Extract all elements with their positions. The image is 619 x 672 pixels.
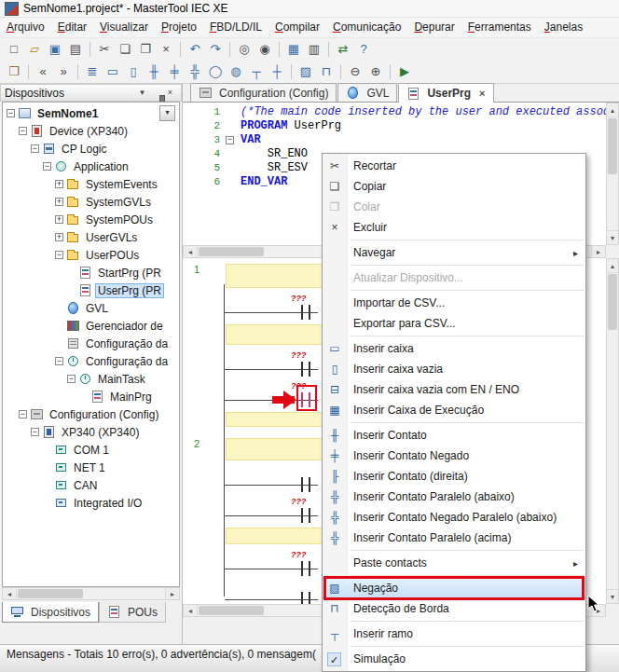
- menu-arquivo[interactable]: Arquivo: [0, 18, 51, 37]
- insert-set-coil-button[interactable]: ◍: [226, 62, 246, 81]
- ladder-contact[interactable]: [301, 561, 310, 576]
- scroll-left-icon[interactable]: ◂: [184, 605, 198, 616]
- generate-code-button[interactable]: ▥: [304, 40, 324, 59]
- tree-item-systemgvls[interactable]: +SystemGVLs: [3, 193, 179, 211]
- tree-item-net-1[interactable]: NET 1: [3, 459, 179, 476]
- scroll-up-icon[interactable]: ▴: [607, 103, 618, 117]
- library-manager-button[interactable]: ❒: [4, 62, 24, 81]
- expand-toggle[interactable]: −: [55, 357, 63, 365]
- negation-button[interactable]: ▨: [296, 62, 316, 81]
- menu-depurar[interactable]: Depurar: [407, 18, 461, 37]
- expand-toggle[interactable]: −: [31, 144, 39, 153]
- ladder-contact[interactable]: [301, 508, 310, 523]
- undo-button[interactable]: ↶: [185, 40, 205, 59]
- close-panel-icon[interactable]: ×: [163, 86, 177, 100]
- context-menu-item-inserir-contato[interactable]: ╫Inserir Contato: [323, 425, 585, 446]
- find-next-button[interactable]: ◉: [254, 40, 275, 59]
- ladder-contact[interactable]: [301, 305, 310, 320]
- insert-empty-box-button[interactable]: ▯: [123, 62, 144, 81]
- context-menu-item-inserir-caixa-de-execu-o[interactable]: ▦Inserir Caixa de Execução: [323, 400, 585, 420]
- insert-contact-button[interactable]: ╫: [144, 62, 164, 81]
- context-menu-item-inserir-ramo[interactable]: ┬Inserir ramo: [323, 624, 585, 644]
- insert-coil-button[interactable]: ◯: [205, 62, 226, 81]
- expand-toggle[interactable]: −: [19, 127, 27, 135]
- menu-janelas[interactable]: Janelas: [538, 18, 589, 37]
- tree-item-configura-o-da[interactable]: Configuração da: [3, 335, 179, 352]
- tree-item-userprg-pr[interactable]: UserPrg (PR: [3, 281, 179, 299]
- context-menu-item-copiar[interactable]: ❏Copiar: [323, 176, 585, 197]
- tree-item-semnome1[interactable]: −SemNome1▾: [3, 104, 179, 122]
- ladder-contact[interactable]: [301, 477, 310, 492]
- copy-button[interactable]: ❏: [115, 40, 135, 59]
- panel-tab-pous[interactable]: POUs: [99, 602, 166, 623]
- code-vertical-scrollbar[interactable]: ▴ ▾: [606, 103, 619, 245]
- context-menu-item-recortar[interactable]: ✂Recortar: [323, 156, 585, 176]
- scroll-down-icon[interactable]: ▾: [607, 589, 618, 603]
- expand-toggle[interactable]: +: [55, 215, 63, 224]
- insert-network-button[interactable]: ≣: [82, 62, 103, 81]
- scrollbar-thumb[interactable]: [199, 247, 264, 256]
- ladder-contact[interactable]: [301, 362, 310, 377]
- scrollbar-thumb[interactable]: [608, 274, 617, 330]
- menu-visualizar[interactable]: Visualizar: [93, 18, 155, 37]
- tree-item-integrated-i-o[interactable]: Integrated I/O: [3, 494, 179, 512]
- zoom-in-button[interactable]: ⊕: [365, 62, 386, 81]
- menu-ferramentas[interactable]: Ferramentas: [461, 18, 538, 37]
- expand-toggle[interactable]: −: [31, 428, 39, 436]
- scroll-right-icon[interactable]: ▸: [591, 246, 605, 257]
- cut-button[interactable]: ✂: [94, 40, 115, 59]
- menu-compilar[interactable]: Compilar: [268, 18, 326, 37]
- context-menu-item-inserir-contato-negado-paralelo-abaixo[interactable]: ╬Inserir Contato Negado Paralelo (abaixo…: [323, 507, 585, 528]
- context-menu-item-paste-contacts[interactable]: Paste contacts▸: [323, 553, 585, 573]
- expand-toggle[interactable]: −: [7, 109, 15, 117]
- tree-item-systempous[interactable]: +SystemPOUs: [3, 211, 179, 228]
- delete-button[interactable]: ×: [156, 40, 176, 59]
- insert-rung-button[interactable]: ┼: [267, 62, 287, 81]
- scrollbar-track[interactable]: [607, 273, 618, 589]
- navigate-forward-button[interactable]: »: [53, 62, 74, 81]
- scroll-left-icon[interactable]: ◂: [3, 588, 17, 599]
- ladder-vertical-scrollbar[interactable]: ▴ ▾: [606, 258, 619, 604]
- panel-tab-dispositivos[interactable]: Dispositivos: [2, 602, 99, 623]
- login-button[interactable]: ⇄: [333, 40, 353, 59]
- scroll-up-icon[interactable]: ▴: [607, 259, 618, 273]
- scrollbar-thumb[interactable]: [608, 118, 617, 174]
- close-tab-icon[interactable]: ×: [479, 88, 485, 99]
- compile-button[interactable]: ▦: [283, 40, 304, 59]
- context-menu-item-nega-o[interactable]: ▨Negação: [323, 578, 585, 598]
- menu-editar[interactable]: Editar: [51, 18, 93, 37]
- scroll-left-icon[interactable]: ◂: [184, 246, 198, 257]
- insert-branch-button[interactable]: ┬: [246, 62, 267, 81]
- insert-negated-contact-button[interactable]: ╪: [164, 62, 185, 81]
- edge-detection-button[interactable]: ⊓: [316, 62, 337, 81]
- help-button[interactable]: ?: [353, 40, 374, 59]
- expand-toggle[interactable]: −: [43, 162, 51, 171]
- context-menu-item-inserir-caixa-vazia-com-en-eno[interactable]: ⊟Inserir caixa vazia com EN / ENO: [323, 379, 585, 400]
- expand-toggle[interactable]: +: [55, 180, 63, 188]
- scrollbar-thumb[interactable]: [18, 589, 83, 598]
- menu-projeto[interactable]: Projeto: [155, 18, 203, 37]
- context-menu-item-inserir-contato-paralelo-abaixo[interactable]: ╬Inserir Contato Paralelo (abaixo): [323, 487, 585, 507]
- tree-item-xp340-xp340[interactable]: −XP340 (XP340): [3, 423, 179, 441]
- tree-item-maintask[interactable]: −MainTask: [3, 370, 179, 388]
- new-project-button[interactable]: □: [4, 40, 24, 59]
- context-menu-item-navegar[interactable]: Navegar▸: [323, 242, 585, 263]
- expand-toggle[interactable]: −: [55, 251, 63, 259]
- redo-button[interactable]: ↷: [205, 40, 226, 59]
- context-menu-item-inserir-caixa[interactable]: ▭Inserir caixa: [323, 338, 585, 359]
- menu-fbd-ld-il[interactable]: FBD/LD/IL: [203, 18, 268, 37]
- tree-horizontal-scrollbar[interactable]: ◂ ▸: [2, 587, 180, 600]
- insert-parallel-contact-button[interactable]: ╬: [185, 62, 205, 81]
- tree-item-com-1[interactable]: COM 1: [3, 441, 179, 459]
- tree-item-gerenciador-de[interactable]: Gerenciador de: [3, 317, 179, 335]
- expand-toggle[interactable]: +: [55, 233, 63, 241]
- scrollbar-track[interactable]: [607, 117, 618, 230]
- tree-item-usergvls[interactable]: +UserGVLs: [3, 228, 179, 246]
- tree-item-mainprg[interactable]: MainPrg: [3, 388, 179, 405]
- editor-tab-configuration-config[interactable]: Configuration (Config): [190, 83, 337, 102]
- insert-box-button[interactable]: ▭: [103, 62, 123, 81]
- expand-toggle[interactable]: +: [55, 198, 63, 206]
- find-button[interactable]: ◎: [234, 40, 254, 59]
- tree-item-cp-logic[interactable]: −CP Logic: [3, 140, 179, 158]
- editor-tab-userprg[interactable]: UserPrg×: [398, 83, 493, 103]
